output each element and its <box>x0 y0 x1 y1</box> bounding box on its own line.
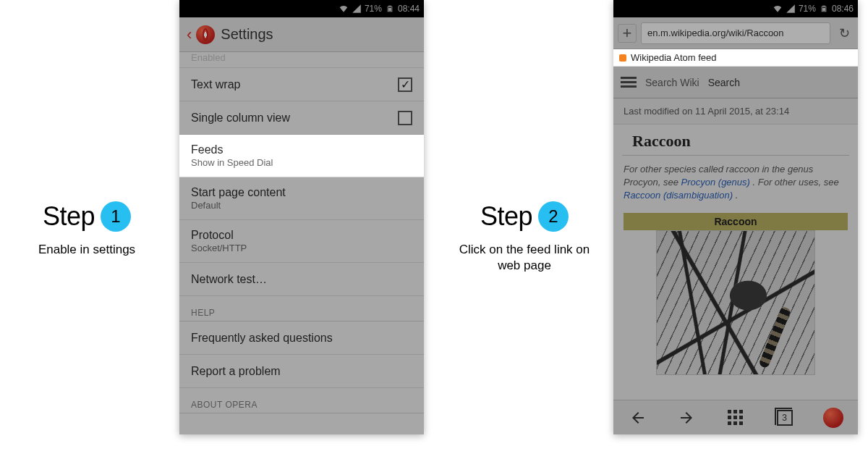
android-statusbar: 71% 08:44 <box>179 0 424 17</box>
phone-settings: 71% 08:44 ‹ Settings Enabled Text wrap ✓… <box>179 0 424 434</box>
step-word: Step <box>43 201 95 232</box>
settings-row-start-page[interactable]: Start page content Default <box>179 177 424 220</box>
row-sublabel: Socket/HTTP <box>191 243 412 253</box>
row-sublabel: Default <box>191 200 412 211</box>
hatnote-text: . For other uses, see <box>753 177 839 188</box>
row-label: Single column view <box>191 112 412 125</box>
notification-icon <box>631 4 641 14</box>
back-button[interactable] <box>624 403 652 432</box>
settings-row-feeds[interactable]: Feeds Show in Speed Dial <box>179 135 424 177</box>
row-label: Protocol <box>191 229 412 242</box>
row-label: Network test… <box>191 273 412 286</box>
phone-browser: 71% 08:46 + en.m.wikipedia.org/wiki/Racc… <box>613 0 858 434</box>
url-text: en.m.wikipedia.org/wiki/Raccoon <box>647 28 784 38</box>
settings-row-single-column[interactable]: Single column view <box>179 101 424 135</box>
wifi-icon <box>773 4 783 14</box>
wifi-icon <box>339 4 349 14</box>
tabs-button[interactable]: 3 <box>770 403 799 432</box>
row-label: Enabled <box>191 52 412 63</box>
feed-link-bar[interactable]: Wikipedia Atom feed <box>613 49 858 67</box>
settings-row-network-test[interactable]: Network test… <box>179 263 424 296</box>
opera-logo-icon <box>196 25 215 44</box>
settings-row-enabled[interactable]: Enabled <box>179 52 424 68</box>
tabs-count: 3 <box>782 413 787 423</box>
speed-dial-icon <box>728 410 744 426</box>
svg-rect-1 <box>619 5 626 12</box>
clock: 08:44 <box>398 4 420 14</box>
row-label: Text wrap <box>191 78 412 91</box>
browser-toolbar: 3 <box>613 400 858 434</box>
row-label: Report a problem <box>191 365 412 378</box>
section-header-about: ABOUT OPERA <box>179 388 424 413</box>
step-number-badge: 1 <box>101 201 131 232</box>
svg-rect-2 <box>822 8 825 11</box>
menu-icon[interactable] <box>621 77 637 88</box>
row-label: Frequently asked questions <box>191 332 412 345</box>
speed-dial-button[interactable] <box>721 403 750 432</box>
wiki-header: Search Wiki Search <box>613 67 858 98</box>
notification-icon <box>184 4 194 14</box>
step-word: Step <box>480 201 532 232</box>
reload-icon[interactable]: ↻ <box>835 25 854 41</box>
hatnote-link[interactable]: Procyon (genus) <box>681 177 750 188</box>
android-statusbar: 71% 08:46 <box>613 0 858 17</box>
settings-row-faq[interactable]: Frequently asked questions <box>179 321 424 355</box>
wiki-search-button[interactable]: Search <box>708 77 740 88</box>
row-label: Feeds <box>191 143 412 156</box>
row-label: Start page content <box>191 186 412 199</box>
wiki-search-placeholder[interactable]: Search Wiki <box>645 77 699 88</box>
settings-title: Settings <box>221 26 273 43</box>
step-caption: Enable in settings <box>14 242 159 258</box>
checkbox-unchecked-icon[interactable] <box>398 111 412 125</box>
infobox: Raccoon <box>624 213 848 375</box>
new-tab-button[interactable]: + <box>618 24 637 43</box>
opera-menu-button[interactable] <box>819 403 848 432</box>
forward-button[interactable] <box>672 403 701 432</box>
feed-label: Wikipedia Atom feed <box>631 52 717 63</box>
battery-icon <box>819 4 829 14</box>
opera-logo-icon <box>823 408 843 428</box>
settings-row-protocol[interactable]: Protocol Socket/HTTP <box>179 220 424 263</box>
step-1-block: Step 1 Enable in settings <box>14 201 159 258</box>
battery-percent: 71% <box>799 4 816 14</box>
hatnote: For other species called raccoon in the … <box>613 156 858 210</box>
tabs-icon: 3 <box>777 410 793 426</box>
step-caption: Click on the feed link on web page <box>452 242 597 274</box>
infobox-image[interactable] <box>656 230 815 375</box>
infobox-header: Raccoon <box>624 213 848 230</box>
clock: 08:46 <box>832 4 854 14</box>
article-title: Raccoon <box>622 125 849 156</box>
signal-icon <box>786 4 796 14</box>
notification-icon <box>618 4 628 14</box>
battery-percent: 71% <box>365 4 382 14</box>
address-bar: + en.m.wikipedia.org/wiki/Raccoon ↻ <box>613 17 858 49</box>
url-field[interactable]: en.m.wikipedia.org/wiki/Raccoon <box>641 22 830 44</box>
back-icon[interactable]: ‹ <box>187 25 192 44</box>
battery-icon <box>385 4 395 14</box>
rss-icon <box>619 54 626 62</box>
settings-row-text-wrap[interactable]: Text wrap ✓ <box>179 68 424 101</box>
lastmod-text: Last modified on 11 April 2015, at 23:14 <box>613 98 858 125</box>
hatnote-text: . <box>736 190 739 201</box>
step-2-block: Step 2 Click on the feed link on web pag… <box>452 201 597 274</box>
row-sublabel: Show in Speed Dial <box>191 157 412 168</box>
step-number-badge: 2 <box>538 201 569 232</box>
section-header-help: HELP <box>179 296 424 321</box>
settings-row-report[interactable]: Report a problem <box>179 355 424 388</box>
settings-header: ‹ Settings <box>179 17 424 52</box>
signal-icon <box>352 4 362 14</box>
svg-rect-0 <box>388 8 391 11</box>
hatnote-link[interactable]: Raccoon (disambiguation) <box>624 190 733 201</box>
checkbox-checked-icon[interactable]: ✓ <box>398 77 412 92</box>
